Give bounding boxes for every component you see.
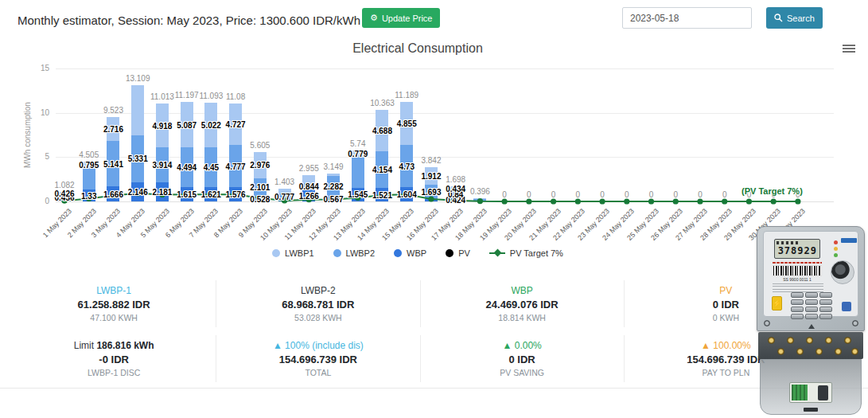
bar-total-label: 13.109 xyxy=(126,74,150,83)
card-limit-sub: LWBP-1 DISC xyxy=(15,368,212,377)
meter-certification-mark xyxy=(842,302,851,311)
card-lwbp2-sub: 53.028 KWH xyxy=(220,313,416,322)
card-pv-saving: ▲ 0.00% 0 IDR PV SAVING xyxy=(420,335,624,382)
segment-label: 5.022 xyxy=(201,121,221,130)
segment-label: 0.567 xyxy=(324,194,344,203)
meter-breaker xyxy=(789,382,832,403)
card-lwbp1-disc: Limit 186.816 kWh -0 IDR LWBP-1 DISC xyxy=(12,335,216,382)
bar-total-label: 0 xyxy=(600,190,605,199)
segment-label: 1.604 xyxy=(397,190,417,199)
legend-item-lwbp2[interactable]: LWBP2 xyxy=(333,248,375,258)
bar-total-label: 11.013 xyxy=(150,92,174,101)
terminal-screw xyxy=(844,337,851,344)
segment-label: 1.266 xyxy=(299,191,319,200)
gear-icon: ⚙ xyxy=(370,14,378,22)
segment-label: 1.912 xyxy=(421,171,441,180)
bar-total-label: 0 xyxy=(551,190,556,199)
meter-body: 378929 SS 9900 0011 1 ⚡ xyxy=(757,226,865,331)
bar-total-label: 0 xyxy=(527,190,531,199)
legend-item-wbp[interactable]: WBP xyxy=(394,248,426,258)
segment-label: 0.426 xyxy=(54,189,74,198)
bar-total-label: 9.523 xyxy=(103,106,123,115)
card-pv-saving-value: 0 IDR xyxy=(424,354,621,365)
segment-label: 2.716 xyxy=(103,125,123,134)
bar-segment-lwbp1[interactable] xyxy=(473,198,486,199)
cards-row-1: LWBP-1 61.258.882 IDR 47.100 KWH LWBP-2 … xyxy=(12,280,827,327)
grid-line xyxy=(56,157,834,158)
card-total-title: ▲ 100% (include dis) xyxy=(220,340,416,351)
bar-segment-lwbp1[interactable] xyxy=(131,85,144,135)
y-tick-label: 15 xyxy=(29,64,49,72)
legend-line-marker xyxy=(489,252,505,254)
bar-total-label: 1.698 xyxy=(446,175,465,184)
bar-total-label: 0 xyxy=(625,190,629,199)
meter-optical-port xyxy=(831,260,854,284)
segment-label: 0.795 xyxy=(79,161,99,170)
card-pv-saving-title: ▲ 0.00% xyxy=(424,340,621,351)
bar-segment-wbp[interactable] xyxy=(425,199,438,201)
lcd-status-icons xyxy=(777,241,800,244)
segment-label: 1.521 xyxy=(372,190,392,199)
bar-total-label: 0 xyxy=(649,190,654,199)
segment-label: 1.33 xyxy=(81,191,96,200)
segment-label: 1.615 xyxy=(177,190,197,199)
pv-target-end-label: (PV Target 7%) xyxy=(741,186,803,196)
segment-label: 1.621 xyxy=(201,189,221,198)
legend-item-pv-target-7-[interactable]: PV Target 7% xyxy=(489,248,563,258)
meter-barcode xyxy=(773,265,822,276)
terminal-screw xyxy=(806,337,813,344)
bar-segment-wbp[interactable] xyxy=(473,201,486,201)
app-window: Monthly estimator, Session: May 2023, Pr… xyxy=(0,0,868,418)
plot-area: 0510150.4360.4261.0821 May 20231.330.795… xyxy=(0,35,868,274)
bar-segment-lwbp1[interactable] xyxy=(327,174,340,176)
segment-label: 1.576 xyxy=(226,190,246,199)
screw-icon xyxy=(852,320,858,326)
segment-label: 2.976 xyxy=(250,161,270,170)
screw-icon xyxy=(764,320,770,326)
bar-total-label: 0 xyxy=(673,190,678,199)
card-total-value: 154.696.739 IDR xyxy=(220,354,416,365)
card-wbp-sub: 18.814 KWH xyxy=(424,313,621,322)
bar-segment-lwbp2[interactable] xyxy=(473,199,486,201)
card-lwbp2-title: LWBP-2 xyxy=(220,285,416,296)
meter-barcode-number: SS 9900 0011 1 xyxy=(773,277,822,282)
update-price-label: Update Price xyxy=(382,14,433,23)
date-input[interactable] xyxy=(622,7,752,29)
grid-line xyxy=(56,201,834,202)
bar-total-label: 0 xyxy=(576,190,581,199)
meter-brand-logo xyxy=(841,238,857,243)
legend-item-pv[interactable]: PV xyxy=(446,248,470,258)
y-tick-label: 5 xyxy=(29,152,49,161)
card-wbp-value: 24.469.076 IDR xyxy=(424,299,621,311)
bar-total-label: 11.093 xyxy=(199,92,223,100)
search-label: Search xyxy=(787,14,815,23)
bar-total-label: 5.605 xyxy=(250,141,270,150)
segment-label: 4.154 xyxy=(372,165,392,174)
update-price-button[interactable]: ⚙ Update Price xyxy=(362,8,440,28)
card-lwbp1-value: 61.258.882 IDR xyxy=(15,299,212,311)
terminal-screw xyxy=(815,348,823,355)
card-lwbp1: LWBP-1 61.258.882 IDR 47.100 KWH xyxy=(12,280,216,327)
bar-total-label: 10.363 xyxy=(370,99,395,107)
bar-total-label: 2.955 xyxy=(299,164,319,173)
segment-label: 3.914 xyxy=(152,160,172,169)
cards-row-2: Limit 186.816 kWh -0 IDR LWBP-1 DISC ▲ 1… xyxy=(12,335,827,382)
terminal-screw xyxy=(835,348,842,355)
bar-total-label: 11.197 xyxy=(175,91,199,100)
chart-legend: LWBP1LWBP2WBPPVPV Target 7% xyxy=(0,248,835,258)
y-tick-label: 0 xyxy=(29,197,49,205)
bar-segment-lwbp2[interactable] xyxy=(83,169,95,189)
bar-total-label: 11.189 xyxy=(395,91,418,100)
segment-label: 4.855 xyxy=(397,119,417,128)
meter-terminal-cover xyxy=(760,359,862,415)
legend-dot-marker xyxy=(272,249,280,257)
terminal-screw xyxy=(768,337,775,344)
legend-label: LWBP1 xyxy=(285,248,313,258)
bar-total-label: 11.08 xyxy=(226,92,245,101)
terminal-screw xyxy=(825,337,832,344)
search-button[interactable]: Search xyxy=(766,7,823,29)
lcd-reading: 378929 xyxy=(778,245,817,256)
segment-label: 0.528 xyxy=(250,195,270,204)
legend-item-lwbp1[interactable]: LWBP1 xyxy=(272,248,313,258)
bar-segment-lwbp2[interactable] xyxy=(352,158,364,188)
